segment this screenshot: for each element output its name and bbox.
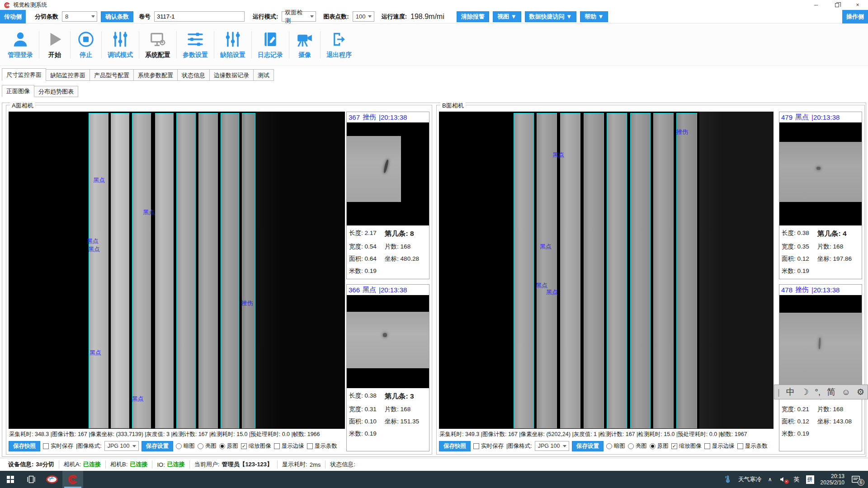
restore-button[interactable]: [826, 0, 847, 10]
toolbar-item-摄像[interactable]: 摄像: [289, 30, 320, 59]
status-value: 3#分切: [36, 460, 54, 469]
checkbox-option-显示边缘[interactable]: 显示边缘: [274, 442, 304, 450]
defect-card[interactable]: 479黑点|20:13:38长度: 0.38第几条: 4宽度: 0.35片数: …: [779, 112, 862, 279]
ime-moon-icon[interactable]: ☽: [801, 388, 808, 396]
defect-stat: 面积: 0.64: [349, 255, 385, 263]
strip-7: [221, 113, 239, 428]
weather-text[interactable]: 天气寒冷: [738, 475, 762, 483]
view-menu-button[interactable]: 视图 ▼: [493, 11, 521, 22]
toolbar-item-日志记录[interactable]: 日志记录: [252, 30, 289, 59]
radio-option-原图[interactable]: 原图: [650, 442, 669, 450]
speed-label: 运行速度:: [382, 13, 407, 21]
app-taskbar-button[interactable]: [62, 471, 83, 488]
toolbar-item-缺陷设置[interactable]: 缺陷设置: [214, 30, 251, 59]
main-tab-2[interactable]: 产品型号配置: [90, 69, 134, 81]
toolbar-item-调试模式[interactable]: 调试模式: [102, 30, 139, 59]
ime-punctuation-icon[interactable]: °,: [815, 388, 821, 396]
taskbar: ✂ 天气寒冷 ∧ × 英 拼 20:13 2025/2/10 6: [0, 471, 868, 488]
strip-5: [176, 113, 196, 428]
main-tab-4[interactable]: 状态信息: [177, 69, 210, 81]
help-menu-button[interactable]: 帮助 ▼: [580, 11, 608, 22]
save-settings-button[interactable]: 保存设置: [142, 441, 173, 451]
toolbar-item-label: 开始: [48, 51, 61, 59]
toolbar-item-参数设置[interactable]: 参数设置: [177, 30, 214, 59]
clear-alarm-button[interactable]: 清除报警: [457, 11, 489, 22]
defect-stat: 米数: 0.19: [782, 430, 817, 438]
save-snapshot-button[interactable]: 保存快照: [9, 441, 40, 451]
realtime-save-option[interactable]: 实时保存: [473, 442, 504, 450]
run-mode-select[interactable]: 双面检测: [282, 11, 316, 22]
defect-stat: 长度: 2.17: [349, 229, 385, 239]
defect-stat: [385, 430, 427, 438]
user-icon: [11, 30, 30, 49]
main-tab-6[interactable]: 测试: [253, 69, 274, 81]
operator-side-tag[interactable]: 操作侧: [842, 10, 868, 23]
toolbar-item-退出程序[interactable]: 退出程序: [321, 30, 358, 59]
checkbox-option-显示边缘[interactable]: 显示边缘: [704, 442, 735, 450]
toolbar-item-停止[interactable]: 停止: [71, 30, 101, 59]
image-format-select[interactable]: JPG 100: [535, 441, 569, 451]
main-tab-3[interactable]: 系统参数配置: [133, 69, 178, 81]
defect-stat: 片数: 168: [385, 243, 427, 251]
start-button[interactable]: [0, 471, 21, 488]
close-button[interactable]: ×: [847, 0, 868, 10]
snipping-tool-button[interactable]: ✂: [42, 471, 62, 488]
strip-6: [198, 113, 218, 428]
save-snapshot-button[interactable]: 保存快照: [439, 441, 471, 451]
minimize-button[interactable]: ─: [806, 0, 826, 10]
drive-side-tag[interactable]: 传动侧: [0, 10, 26, 23]
save-settings-button[interactable]: 保存设置: [572, 441, 604, 451]
checkbox-option-显示条数[interactable]: 显示条数: [737, 442, 768, 450]
realtime-save-option[interactable]: 实时保存: [43, 442, 73, 450]
checkbox-icon: ✓: [671, 443, 677, 449]
task-view-button[interactable]: [21, 471, 42, 488]
sub-tab-0[interactable]: 正面图像: [2, 85, 34, 97]
defect-thumb-patch: [347, 312, 429, 369]
volume-muted-icon[interactable]: ×: [778, 476, 788, 483]
confirm-count-button[interactable]: 确认条数: [101, 11, 133, 22]
data-access-menu-button[interactable]: 数据快捷访问 ▼: [525, 11, 576, 22]
notification-center-button[interactable]: 6: [851, 474, 862, 484]
status-segment: 显示耗时:2ms: [278, 460, 326, 469]
roll-input[interactable]: [154, 11, 245, 22]
radio-option-暗图[interactable]: 暗图: [176, 442, 195, 450]
toolbar-item-开始[interactable]: 开始: [39, 30, 70, 59]
defect-card[interactable]: 367挫伤|20:13:38长度: 2.17第几条: 8宽度: 0.54片数: …: [346, 112, 429, 279]
toolbar-item-系统配置[interactable]: 系统配置: [139, 30, 176, 59]
radio-option-暗图[interactable]: 暗图: [606, 442, 625, 450]
radio-icon: [628, 443, 634, 449]
defect-card[interactable]: 478挫伤|20:13:38长度: 0.57第几条: 3宽度: 0.21片数: …: [779, 284, 862, 452]
ime-chinese-mode[interactable]: 中: [786, 388, 795, 396]
v-sliders-icon: [111, 30, 130, 49]
defect-stat: 坐标: 197.86: [817, 255, 859, 263]
main-tab-1[interactable]: 缺陷监控界面: [46, 69, 90, 81]
defect-stat: 第几条: 3: [385, 392, 427, 401]
defect-id: 366: [349, 286, 360, 294]
chart-points-select[interactable]: 100: [353, 11, 374, 22]
camera-image[interactable]: 黑点黑点黑点黑点挫伤黑点黑点: [9, 112, 345, 429]
main-tab-0[interactable]: 尺寸监控界面: [2, 68, 46, 81]
taskbar-clock[interactable]: 20:13 2025/2/10: [821, 473, 844, 486]
radio-option-亮图[interactable]: 亮图: [628, 442, 647, 450]
ime-mode-indicator[interactable]: 拼: [806, 475, 814, 484]
camera-image[interactable]: 挫伤黑点黑点黑点黑点: [439, 112, 774, 429]
language-indicator[interactable]: 英: [794, 475, 800, 483]
ime-emoji-icon[interactable]: ☺: [842, 388, 850, 396]
main-tab-5[interactable]: 边缘数据记录: [209, 69, 254, 81]
ime-settings-gear-icon[interactable]: ⚙: [857, 388, 864, 396]
radio-option-亮图[interactable]: 亮图: [198, 442, 217, 450]
image-format-select[interactable]: JPG 100: [104, 441, 139, 451]
checkbox-option-缩放图像[interactable]: ✓缩放图像: [671, 442, 702, 450]
tray-expand-chevron[interactable]: ∧: [768, 476, 772, 483]
play-icon: [45, 30, 64, 49]
ime-simplified-icon[interactable]: 简: [827, 388, 835, 396]
defect-card[interactable]: 366黑点|20:13:38长度: 0.38第几条: 3宽度: 0.31片数: …: [346, 284, 429, 452]
slit-count-select[interactable]: 8: [62, 11, 97, 22]
radio-option-原图[interactable]: 原图: [219, 442, 238, 450]
checkbox-option-显示条数[interactable]: 显示条数: [307, 442, 337, 450]
toolbar-item-管理登录[interactable]: 管理登录: [2, 30, 39, 59]
checkbox-option-缩放图像[interactable]: ✓缩放图像: [241, 442, 271, 450]
defect-stat: [817, 267, 859, 275]
sub-tab-1[interactable]: 分布趋势图表: [34, 86, 78, 97]
toolbar-item-label: 系统配置: [145, 51, 170, 59]
